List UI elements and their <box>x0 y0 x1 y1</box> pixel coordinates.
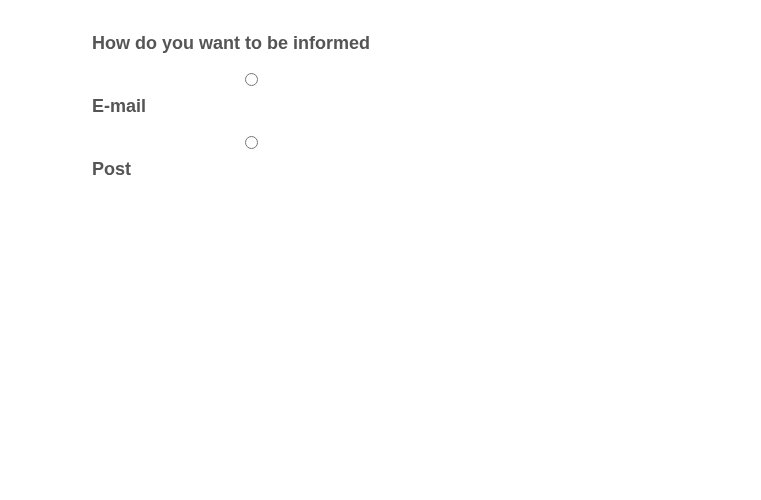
question-title: How do you want to be informed <box>92 33 761 54</box>
option-label-email: E-mail <box>92 96 761 117</box>
option-row-email: E-mail <box>92 72 761 117</box>
radio-email[interactable] <box>245 73 258 86</box>
radio-wrap-post <box>245 135 761 153</box>
option-row-post: Post <box>92 135 761 180</box>
radio-post[interactable] <box>245 136 258 149</box>
radio-wrap-email <box>245 72 761 90</box>
option-label-post: Post <box>92 159 761 180</box>
